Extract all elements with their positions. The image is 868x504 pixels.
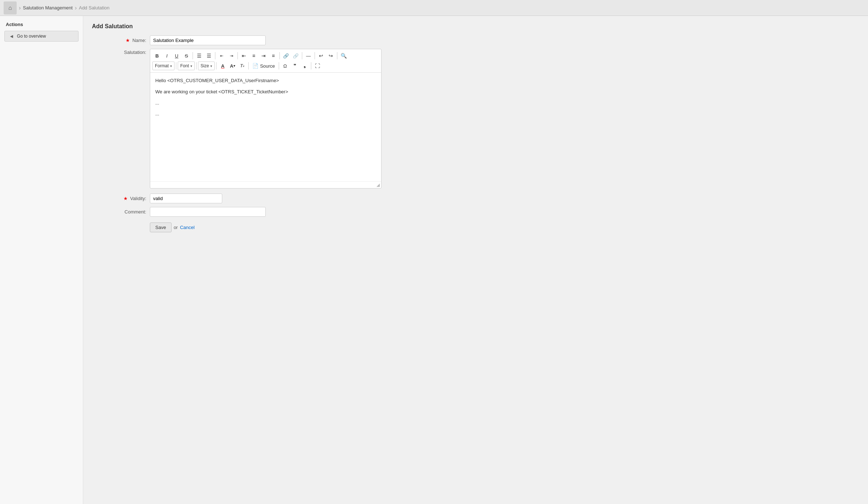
go-to-overview-button[interactable]: ◄ Go to overview bbox=[4, 31, 79, 42]
cancel-link[interactable]: Cancel bbox=[180, 225, 194, 230]
size-label: Size bbox=[201, 63, 209, 68]
source-label: Source bbox=[260, 63, 275, 69]
bold-button[interactable]: B bbox=[152, 51, 162, 60]
toolbar: B I U S ☰ ☰ ⇤ ⇥ ⇤ ≡ ⇥ ≡ bbox=[150, 49, 381, 73]
toolbar-sep-4 bbox=[279, 52, 280, 59]
strikethrough-button[interactable]: S bbox=[182, 51, 191, 60]
find-button[interactable]: 🔍 bbox=[339, 51, 348, 60]
comment-row: Comment: bbox=[92, 207, 859, 217]
editor-line-4: ... bbox=[155, 110, 376, 118]
format-select[interactable]: Format ▾ bbox=[152, 62, 174, 70]
redo-button[interactable]: ↪ bbox=[326, 51, 336, 60]
unlink-button[interactable]: 🔗 bbox=[291, 51, 300, 60]
bg-color-button[interactable]: A▾ bbox=[228, 62, 237, 70]
editor-line-1: Hello <OTRS_CUSTOMER_USER_DATA_UserFirst… bbox=[155, 77, 376, 85]
link-button[interactable]: 🔗 bbox=[281, 51, 291, 60]
indent-decrease-button[interactable]: ⇤ bbox=[217, 51, 226, 60]
align-left-button[interactable]: ⇤ bbox=[239, 51, 249, 60]
editor-line-3: ... bbox=[155, 99, 376, 107]
toolbar-sep-1 bbox=[193, 52, 193, 59]
name-required-star: ★ bbox=[126, 38, 130, 43]
align-justify-button[interactable]: ≡ bbox=[269, 51, 278, 60]
breadcrumb-arrow-2: › bbox=[75, 5, 77, 11]
name-row: ★ Name: bbox=[92, 35, 859, 45]
format-arrow-icon: ▾ bbox=[170, 64, 172, 68]
toolbar-sep-2 bbox=[215, 52, 215, 59]
fullscreen-button[interactable]: ⛶ bbox=[313, 62, 322, 70]
source-icon: 📄 bbox=[252, 63, 258, 69]
toolbar-sep-7 bbox=[337, 52, 337, 59]
salutation-editor-row: Salutation: B I U S ☰ ☰ ⇤ ⇥ bbox=[92, 49, 859, 189]
breadcrumb: ⌂ › Salutation Management › Add Salutati… bbox=[0, 0, 868, 16]
toolbar-sep-6 bbox=[315, 52, 315, 59]
back-arrow-icon: ◄ bbox=[9, 33, 14, 39]
blockquote-button[interactable]: ❞ bbox=[290, 62, 300, 70]
horizontal-rule-button[interactable]: — bbox=[304, 51, 313, 60]
breadcrumb-arrow-1: › bbox=[19, 5, 21, 11]
special-char-button[interactable]: Ω bbox=[281, 62, 290, 70]
toolbar-sep-12 bbox=[279, 62, 279, 69]
underline-button[interactable]: U bbox=[172, 51, 181, 60]
validity-row: ★ Validity: bbox=[92, 194, 859, 203]
toolbar-sep-13 bbox=[311, 62, 311, 69]
toolbar-sep-3 bbox=[237, 52, 238, 59]
toolbar-row-2: Format ▾ Font ▾ Size ▾ bbox=[152, 61, 379, 71]
form-actions: Save or Cancel bbox=[92, 223, 859, 232]
salutation-label: Salutation: bbox=[92, 49, 150, 55]
toolbar-sep-10 bbox=[216, 62, 216, 69]
breadcrumb-salutation-management[interactable]: Salutation Management bbox=[23, 5, 72, 10]
editor-resize-handle[interactable]: ◢ bbox=[150, 181, 381, 188]
toolbar-sep-8 bbox=[176, 62, 176, 69]
home-button[interactable]: ⌂ bbox=[4, 1, 17, 14]
toolbar-sep-11 bbox=[248, 62, 249, 69]
font-color-button[interactable]: A bbox=[218, 62, 227, 70]
validity-label: ★ Validity: bbox=[92, 196, 150, 201]
resize-icon: ◢ bbox=[376, 182, 380, 187]
editor-line-2: We are working on your ticket <OTRS_TICK… bbox=[155, 88, 376, 96]
editor-area[interactable]: Hello <OTRS_CUSTOMER_USER_DATA_UserFirst… bbox=[150, 73, 381, 181]
italic-button[interactable]: I bbox=[162, 51, 172, 60]
validity-required-star: ★ bbox=[123, 196, 128, 201]
sidebar-title: Actions bbox=[0, 22, 83, 31]
clear-format-button[interactable]: Tx bbox=[237, 62, 247, 70]
align-center-button[interactable]: ≡ bbox=[249, 51, 258, 60]
align-right-button[interactable]: ⇥ bbox=[259, 51, 268, 60]
go-to-overview-label: Go to overview bbox=[17, 34, 46, 39]
editor-container: B I U S ☰ ☰ ⇤ ⇥ ⇤ ≡ ⇥ ≡ bbox=[150, 49, 382, 189]
undo-button[interactable]: ↩ bbox=[316, 51, 326, 60]
indent-increase-button[interactable]: ⇥ bbox=[227, 51, 236, 60]
name-input[interactable] bbox=[150, 35, 266, 45]
home-icon: ⌂ bbox=[8, 5, 12, 11]
breadcrumb-add-salutation: Add Salutation bbox=[79, 5, 110, 10]
size-select[interactable]: Size ▾ bbox=[198, 62, 215, 70]
toolbar-sep-5 bbox=[302, 52, 302, 59]
source-button[interactable]: 📄 Source bbox=[250, 62, 277, 70]
font-arrow-icon: ▾ bbox=[190, 64, 192, 68]
ordered-list-button[interactable]: ☰ bbox=[194, 51, 204, 60]
save-button[interactable]: Save bbox=[150, 223, 172, 232]
font-select[interactable]: Font ▾ bbox=[178, 62, 195, 70]
format-label: Format bbox=[155, 63, 169, 68]
unblockquote-button[interactable]: ❟ bbox=[300, 62, 309, 70]
font-label: Font bbox=[180, 63, 189, 68]
page-title: Add Salutation bbox=[92, 23, 859, 30]
main-content: Add Salutation ★ Name: Salutation: B I U… bbox=[83, 16, 868, 504]
sidebar: Actions ◄ Go to overview bbox=[0, 16, 83, 504]
validity-input[interactable] bbox=[150, 194, 222, 203]
name-label: ★ Name: bbox=[92, 38, 150, 43]
size-arrow-icon: ▾ bbox=[210, 64, 212, 68]
unordered-list-button[interactable]: ☰ bbox=[204, 51, 214, 60]
comment-label: Comment: bbox=[92, 209, 150, 215]
toolbar-sep-9 bbox=[196, 62, 197, 69]
comment-input[interactable] bbox=[150, 207, 266, 217]
or-label: or bbox=[174, 225, 178, 230]
toolbar-row-1: B I U S ☰ ☰ ⇤ ⇥ ⇤ ≡ ⇥ ≡ bbox=[152, 51, 379, 61]
